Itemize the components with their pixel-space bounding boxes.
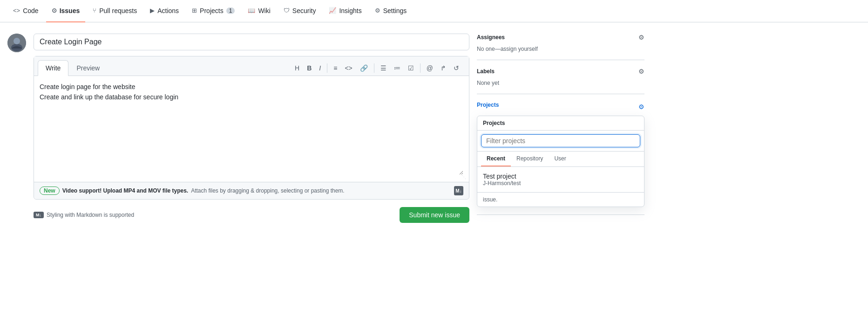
nav-insights[interactable]: 📈 Insights (323, 0, 367, 22)
insights-icon: 📈 (329, 7, 336, 14)
toolbar: H B I ≡ <> 🔗 (289, 61, 465, 76)
nav-issues[interactable]: ⊙ Issues (46, 0, 86, 22)
sidebar-assignees-header: Assignees ⚙ (477, 34, 644, 41)
labels-gear-icon[interactable]: ⚙ (638, 68, 644, 75)
project-repo: J-Harmson/test (483, 180, 638, 187)
toolbar-bold[interactable]: B (305, 62, 314, 74)
projects-tab-repository[interactable]: Repository (511, 152, 549, 166)
toolbar-link[interactable]: 🔗 (358, 62, 370, 74)
nav-actions[interactable]: ▶ Actions (144, 0, 184, 22)
filter-projects-input[interactable] (481, 134, 640, 147)
tab-write[interactable]: Write (38, 60, 68, 76)
resize-handle: ⋱ (461, 174, 467, 180)
assignees-title: Assignees (477, 34, 505, 41)
nav-settings[interactable]: ⚙ Settings (369, 0, 413, 22)
submit-row: M↓ Styling with Markdown is supported Su… (34, 205, 469, 225)
list-item[interactable]: Test project J-Harmson/test (477, 169, 644, 190)
toolbar-divider-1 (327, 63, 327, 73)
toolbar-unordered-list[interactable]: ☰ (378, 62, 389, 74)
editor-container: Write Preview H B I ≡ (34, 56, 469, 200)
projects-title: Projects (477, 102, 499, 108)
projects-dropdown-header: Projects (477, 116, 644, 131)
nav-projects[interactable]: ⊞ Projects 1 (186, 0, 240, 22)
sidebar-assignees-section: Assignees ⚙ No one—assign yourself (477, 34, 644, 60)
markdown-hint: M↓ Styling with Markdown is supported (34, 212, 134, 218)
main-container: Write Preview H B I ≡ (0, 22, 652, 225)
sidebar: Assignees ⚙ No one—assign yourself Label… (477, 34, 644, 225)
projects-tab-user[interactable]: User (549, 152, 571, 166)
sidebar-labels-header: Labels ⚙ (477, 68, 644, 75)
projects-tab-recent[interactable]: Recent (481, 152, 511, 166)
avatar (7, 34, 26, 52)
issues-note: issue. (477, 192, 644, 207)
editor-tab-group: Write Preview (38, 60, 108, 76)
toolbar-quote[interactable]: ≡ (331, 62, 339, 74)
attach-rest-text: Attach files by dragging & dropping, sel… (191, 187, 345, 194)
editor-body: ⋱ (34, 76, 469, 182)
toolbar-reference[interactable]: ↱ (438, 62, 448, 74)
toolbar-task-list[interactable]: ☑ (406, 62, 416, 74)
projects-list: Test project J-Harmson/test (477, 167, 644, 192)
issue-body-input[interactable] (40, 82, 463, 175)
toolbar-heading[interactable]: H (292, 62, 302, 74)
assignees-value: No one—assign yourself (477, 46, 538, 52)
nav-code[interactable]: <> Code (7, 0, 44, 22)
toolbar-divider-3 (420, 63, 420, 73)
markdown-icon: M↓ (34, 212, 44, 218)
wiki-icon: 📖 (248, 7, 255, 14)
svg-point-2 (14, 38, 20, 44)
editor-footer: New Video support! Upload MP4 and MOV fi… (34, 182, 469, 199)
projects-tabs: Recent Repository User (477, 152, 644, 167)
pull-requests-icon: ⑂ (93, 7, 96, 14)
projects-badge: 1 (226, 7, 235, 14)
projects-gear-icon[interactable]: ⚙ (638, 103, 644, 111)
projects-icon: ⊞ (192, 7, 197, 14)
markdown-icon-sm: M↓ (454, 186, 463, 195)
nav-pull-requests[interactable]: ⑂ Pull requests (87, 0, 142, 22)
filter-input-container (477, 131, 644, 152)
sidebar-projects-section: Projects ⚙ Projects Recent Repository Us… (477, 94, 644, 215)
project-name: Test project (483, 173, 638, 180)
issue-title-input[interactable] (34, 34, 469, 50)
settings-icon: ⚙ (375, 7, 380, 14)
attach-text: New Video support! Upload MP4 and MOV fi… (40, 186, 463, 195)
projects-dropdown: Projects Recent Repository User Test pro… (477, 116, 644, 207)
sidebar-projects-header: Projects ⚙ (477, 102, 644, 112)
editor-tabs: Write Preview H B I ≡ (34, 56, 469, 76)
toolbar-ordered-list[interactable]: ≔ (392, 62, 403, 74)
nav-security[interactable]: 🛡 Security (278, 0, 322, 22)
assignees-gear-icon[interactable]: ⚙ (638, 34, 644, 41)
toolbar-italic[interactable]: I (317, 62, 323, 74)
labels-value: None yet (477, 80, 499, 86)
actions-icon: ▶ (150, 7, 155, 14)
new-badge: New (40, 187, 60, 195)
attach-bold-text: Video support! Upload MP4 and MOV file t… (62, 187, 188, 194)
top-nav: <> Code ⊙ Issues ⑂ Pull requests ▶ Actio… (0, 0, 868, 22)
tab-preview[interactable]: Preview (68, 60, 108, 76)
code-icon: <> (13, 7, 20, 14)
toolbar-divider-2 (374, 63, 374, 73)
nav-wiki[interactable]: 📖 Wiki (242, 0, 276, 22)
submit-new-issue-button[interactable]: Submit new issue (400, 207, 469, 223)
sidebar-labels-section: Labels ⚙ None yet (477, 60, 644, 94)
issue-form: Write Preview H B I ≡ (34, 34, 469, 225)
labels-title: Labels (477, 68, 495, 75)
toolbar-code[interactable]: <> (342, 62, 354, 74)
security-icon: 🛡 (284, 7, 290, 14)
avatar-col (7, 34, 26, 225)
toolbar-undo[interactable]: ↺ (451, 62, 461, 74)
toolbar-mention[interactable]: @ (424, 62, 435, 74)
issues-icon: ⊙ (52, 7, 57, 14)
